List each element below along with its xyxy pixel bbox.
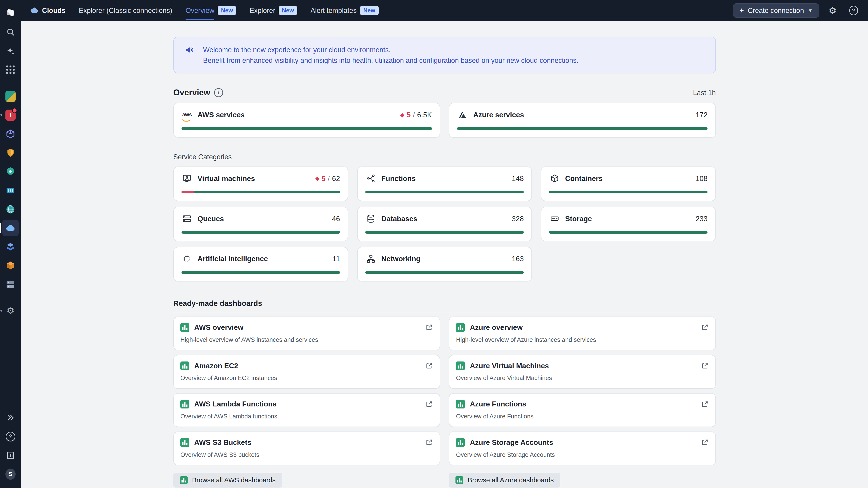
new-badge: New (360, 6, 378, 15)
settings-gear-icon[interactable]: ⚙ (825, 3, 840, 18)
web-globe-app-icon[interactable] (2, 201, 19, 217)
dashboard-description: Overview of Azure Virtual Machines (456, 375, 709, 382)
services-app-icon[interactable] (2, 238, 19, 255)
health-bar (182, 271, 340, 274)
card-value: ◆ 5 / 6.5K (400, 111, 432, 119)
expand-rail-icon[interactable] (2, 410, 19, 426)
dynatrace-logo[interactable] (2, 5, 19, 22)
dashboard-card-aws-overview[interactable]: AWS overview High-level overview of AWS … (174, 317, 440, 350)
health-bar (549, 191, 708, 193)
hub-app-icon[interactable] (2, 257, 19, 274)
tab-overview[interactable]: Overview New (180, 0, 242, 21)
storage-card[interactable]: Storage 233 (541, 207, 716, 241)
dashboard-card-azure-functions[interactable]: Azure Functions Overview of Azure Functi… (449, 393, 716, 427)
tab-alert-templates[interactable]: Alert templates New (305, 0, 384, 21)
whats-new-icon[interactable] (2, 447, 19, 464)
ai-assistant-icon[interactable] (2, 43, 19, 59)
external-link-icon[interactable] (425, 362, 433, 369)
dashboard-icon (456, 361, 465, 370)
aws-services-card[interactable]: aws AWS services ◆ 5 / 6.5K (174, 103, 440, 137)
main-content: Welcome to the new experience for your c… (21, 21, 868, 488)
create-connection-button[interactable]: + Create connection ▼ (733, 3, 819, 18)
dashboard-description: Overview of Azure Functions (456, 413, 709, 420)
dashboard-card-azure-storage[interactable]: Azure Storage Accounts Overview of Azure… (449, 431, 716, 465)
dashboard-card-azure-overview[interactable]: Azure overview High-level overview of Az… (449, 317, 716, 350)
databases-card[interactable]: Databases 328 (357, 207, 532, 241)
dashboard-description: Overview of Azure Storage Accounts (456, 451, 709, 458)
clouds-app-icon[interactable] (2, 220, 19, 236)
storage-icon (549, 214, 560, 224)
external-link-icon[interactable] (425, 324, 433, 331)
networking-icon (365, 254, 376, 264)
dashboard-icon (456, 400, 465, 409)
hosts-app-icon[interactable] (2, 276, 19, 293)
external-link-icon[interactable] (425, 400, 433, 408)
dashboard-icon (180, 438, 189, 447)
containers-icon (549, 173, 560, 184)
external-link-icon[interactable] (425, 438, 433, 446)
card-title: AWS services (197, 111, 245, 119)
help-icon[interactable]: ? (2, 428, 19, 445)
health-bar (365, 271, 524, 274)
overview-heading: Overview i (174, 88, 223, 97)
aws-app-icon[interactable] (2, 88, 19, 104)
dashboard-icon (180, 361, 189, 370)
app-grid-icon[interactable] (2, 61, 19, 78)
browse-aws-dashboards-button[interactable]: Browse all AWS dashboards (174, 473, 282, 488)
virtual-machines-card[interactable]: Virtual machines ◆ 5 / 62 (174, 166, 348, 201)
new-badge: New (218, 6, 236, 15)
security-app-icon[interactable] (2, 144, 19, 161)
user-avatar-initial: S (5, 468, 16, 480)
clouds-nav-icon (30, 6, 39, 15)
kubernetes-app-icon[interactable] (2, 163, 19, 180)
tab-explorer-classic[interactable]: Explorer (Classic connections) (73, 0, 178, 21)
info-icon[interactable]: i (214, 88, 223, 97)
networking-card[interactable]: Networking 163 (357, 247, 532, 282)
card-title: Virtual machines (197, 174, 255, 183)
ready-made-dashboards-heading: Ready-made dashboards (174, 299, 716, 313)
containers-app-icon[interactable] (2, 182, 19, 199)
queues-card[interactable]: Queues 46 (174, 207, 348, 241)
dashboard-icon (456, 476, 463, 484)
card-value: 233 (695, 215, 708, 223)
settings-app-icon[interactable]: ⚙ (2, 302, 19, 319)
infrastructure-app-icon[interactable] (2, 126, 19, 142)
card-title: Databases (381, 215, 417, 223)
card-title: Azure services (473, 111, 524, 119)
browse-azure-dashboards-button[interactable]: Browse all Azure dashboards (449, 473, 560, 488)
external-link-icon[interactable] (701, 324, 709, 331)
problems-app-icon[interactable]: ! (2, 107, 19, 123)
functions-card[interactable]: Functions 148 (357, 166, 532, 201)
dashboard-card-aws-s3[interactable]: AWS S3 Buckets Overview of AWS S3 bucket… (174, 431, 440, 465)
tab-explorer[interactable]: Explorer New (244, 0, 303, 21)
new-badge: New (279, 6, 297, 15)
dashboard-card-amazon-ec2[interactable]: Amazon EC2 Overview of Amazon EC2 instan… (174, 355, 440, 389)
dashboard-card-aws-lambda[interactable]: AWS Lambda Functions Overview of AWS Lam… (174, 393, 440, 427)
app-title-label: Clouds (42, 6, 66, 14)
external-link-icon[interactable] (701, 400, 709, 408)
problem-diamond-icon: ◆ (315, 176, 319, 181)
dashboard-icon (456, 323, 465, 332)
user-avatar[interactable]: S (2, 466, 19, 482)
containers-card[interactable]: Containers 108 (541, 166, 716, 201)
azure-services-card[interactable]: Azure services 172 (449, 103, 716, 137)
health-bar (182, 231, 340, 234)
card-title: Artificial Intelligence (197, 255, 268, 263)
search-icon[interactable] (2, 24, 19, 40)
dashboard-icon (180, 476, 188, 484)
health-bar (457, 127, 708, 130)
dashboard-icon (180, 400, 189, 409)
plus-icon: + (739, 6, 744, 14)
dashboard-card-azure-vms[interactable]: Azure Virtual Machines Overview of Azure… (449, 355, 716, 389)
help-circle-icon[interactable]: ? (846, 3, 862, 18)
problem-diamond-icon: ◆ (400, 112, 404, 118)
health-bar (182, 127, 432, 130)
time-range-selector[interactable]: Last 1h (693, 89, 716, 97)
health-bar (549, 231, 708, 234)
external-link-icon[interactable] (701, 362, 709, 369)
service-categories-label: Service Categories (174, 153, 716, 161)
external-link-icon[interactable] (701, 438, 709, 446)
artificial-intelligence-card[interactable]: Artificial Intelligence 11 (174, 247, 348, 282)
artificial-intelligence-icon (182, 254, 193, 264)
card-value: 46 (332, 215, 340, 223)
